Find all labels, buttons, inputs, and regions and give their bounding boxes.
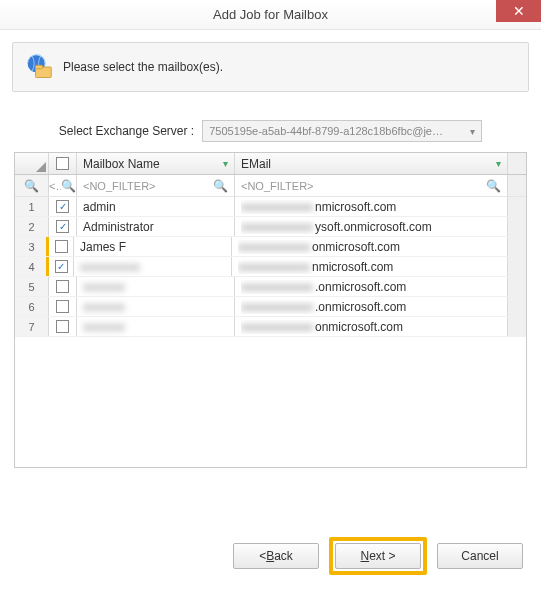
scrollbar-track[interactable] [508,197,526,216]
info-text: Please select the mailbox(es). [63,60,223,74]
close-icon: ✕ [513,3,525,19]
row-email: xxxxxxxxxxxxonmicrosoft.com [232,237,508,256]
wizard-footer: < Back Next > Cancel [233,537,523,575]
scrollbar-track[interactable] [508,175,526,196]
row-checkbox-cell[interactable] [46,257,74,276]
row-mailbox-name: admin [77,197,235,216]
row-checkbox[interactable] [55,240,68,253]
scrollbar-header [508,153,526,174]
table-row[interactable]: 5xxxxxxxxxxxxxxxxxxx.onmicrosoft.com [15,277,526,297]
row-checkbox-cell[interactable] [49,277,77,296]
search-icon[interactable]: 🔍 [61,179,76,193]
back-button[interactable]: < Back [233,543,319,569]
grid-body: 1adminxxxxxxxxxxxxnmicrosoft.com2Adminis… [15,197,526,467]
header-checkbox-cell[interactable] [49,153,77,174]
row-checkbox[interactable] [56,300,69,313]
scrollbar-track[interactable] [508,217,526,236]
svg-rect-2 [36,65,43,69]
row-number: 6 [15,297,49,316]
filter-num: 🔍 [15,175,49,196]
row-checkbox-cell[interactable] [49,217,77,236]
info-box: Please select the mailbox(es). [12,42,529,92]
row-email: xxxxxxxxxxxx.onmicrosoft.com [235,277,508,296]
row-checkbox[interactable] [56,220,69,233]
mailbox-grid: Mailbox Name ▾ EMail ▾ 🔍 <..🔍 <NO_FILTER… [14,152,527,468]
grid-filter-row: 🔍 <..🔍 <NO_FILTER>🔍 <NO_FILTER>🔍 [15,175,526,197]
header-name[interactable]: Mailbox Name ▾ [77,153,235,174]
row-checkbox-cell[interactable] [46,237,74,256]
chevron-down-icon[interactable]: ▾ [223,158,228,169]
row-email: xxxxxxxxxxxxnmicrosoft.com [235,197,508,216]
scrollbar-track[interactable] [508,257,526,276]
row-number: 4 [15,257,49,276]
row-number: 5 [15,277,49,296]
search-icon[interactable]: 🔍 [486,179,501,193]
scrollbar-track[interactable] [508,297,526,316]
filter-name[interactable]: <NO_FILTER>🔍 [77,175,235,196]
row-checkbox-cell[interactable] [49,297,77,316]
chevron-down-icon[interactable]: ▾ [496,158,501,169]
scrollbar-track[interactable] [508,317,526,336]
cancel-button[interactable]: Cancel [437,543,523,569]
table-row[interactable]: 6xxxxxxxxxxxxxxxxxxx.onmicrosoft.com [15,297,526,317]
row-mailbox-name: xxxxxxx [77,317,235,336]
filter-email[interactable]: <NO_FILTER>🔍 [235,175,508,196]
row-number: 1 [15,197,49,216]
table-row[interactable]: 1adminxxxxxxxxxxxxnmicrosoft.com [15,197,526,217]
row-checkbox-cell[interactable] [49,317,77,336]
row-mailbox-name: xxxxxxx [77,297,235,316]
row-mailbox-name: Administrator [77,217,235,236]
header-email[interactable]: EMail ▾ [235,153,508,174]
grid-header: Mailbox Name ▾ EMail ▾ [15,153,526,175]
filter-chk: <..🔍 [49,175,77,196]
row-number: 3 [15,237,49,256]
server-value: 7505195e-a5ab-44bf-8799-a128c18b6fbc@je… [209,125,443,137]
table-row[interactable]: 2Administratorxxxxxxxxxxxxysoft.onmicros… [15,217,526,237]
close-button[interactable]: ✕ [496,0,541,22]
row-email: xxxxxxxxxxxxysoft.onmicrosoft.com [235,217,508,236]
row-checkbox[interactable] [56,320,69,333]
scrollbar-track[interactable] [508,237,526,256]
row-mailbox-name: James F [74,237,232,256]
row-mailbox-name: xxxxxxxxxx [74,257,232,276]
select-all-checkbox[interactable] [56,157,69,170]
row-checkbox-cell[interactable] [49,197,77,216]
window-title: Add Job for Mailbox [0,7,541,22]
next-button[interactable]: Next > [335,543,421,569]
row-email: xxxxxxxxxxxxnmicrosoft.com [232,257,508,276]
row-number: 7 [15,317,49,336]
row-checkbox[interactable] [56,200,69,213]
row-number: 2 [15,217,49,236]
next-highlight: Next > [329,537,427,575]
table-row[interactable]: 4xxxxxxxxxxxxxxxxxxxxxxnmicrosoft.com [15,257,526,277]
globe-folder-icon [25,53,53,81]
table-row[interactable]: 3James Fxxxxxxxxxxxxonmicrosoft.com [15,237,526,257]
scrollbar-track[interactable] [508,277,526,296]
titlebar: Add Job for Mailbox ✕ [0,0,541,30]
search-icon[interactable]: 🔍 [213,179,228,193]
server-select[interactable]: 7505195e-a5ab-44bf-8799-a128c18b6fbc@je… [202,120,482,142]
server-label: Select Exchange Server : [59,124,194,138]
row-mailbox-name: xxxxxxx [77,277,235,296]
grid-corner[interactable] [15,153,49,174]
server-row: Select Exchange Server : 7505195e-a5ab-4… [12,120,529,142]
row-checkbox[interactable] [56,280,69,293]
row-email: xxxxxxxxxxxxonmicrosoft.com [235,317,508,336]
row-email: xxxxxxxxxxxx.onmicrosoft.com [235,297,508,316]
table-row[interactable]: 7xxxxxxxxxxxxxxxxxxxonmicrosoft.com [15,317,526,337]
search-icon[interactable]: 🔍 [24,179,39,193]
row-checkbox[interactable] [55,260,68,273]
